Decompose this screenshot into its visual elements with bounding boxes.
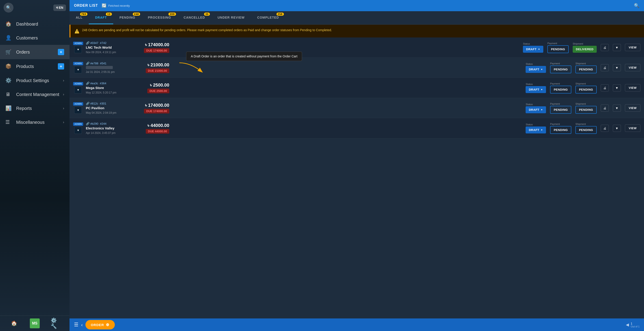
- sidebar-item-label: Products: [16, 64, 34, 69]
- order-dropdown-4[interactable]: ▼: [74, 127, 82, 134]
- order-amount-2: ৳ 2500.00 DUE 2500.00: [129, 82, 169, 93]
- order-amount-1: ৳ 21000.00 DUE 21000.00: [129, 62, 169, 73]
- sidebar-item-products[interactable]: 📦 Products +: [0, 59, 70, 74]
- amount-value: ৳ 174000.00: [129, 103, 169, 108]
- add-orders-btn[interactable]: +: [58, 49, 64, 55]
- order-info-0: 🔗 #0347 #742 LNC Tech World Nov 09 2024,…: [86, 41, 126, 54]
- payment-label: Payment: [550, 62, 571, 65]
- order-dropdown-1[interactable]: ▼: [74, 66, 82, 73]
- add-products-btn[interactable]: +: [58, 63, 64, 70]
- user-avatar[interactable]: MS: [30, 318, 40, 328]
- order-date: May 12 2024, 5:20:17 pm: [86, 91, 126, 94]
- sidebar-item-dashboard[interactable]: 🏠 Dashboard: [0, 17, 70, 31]
- more-btn[interactable]: ▼: [613, 44, 621, 51]
- more-btn[interactable]: ▼: [613, 64, 621, 71]
- more-btn[interactable]: ▼: [613, 125, 621, 132]
- payment-btn[interactable]: PENDING: [547, 45, 569, 53]
- amount-value: ৳ 174000.00: [129, 42, 169, 47]
- shipment-btn[interactable]: PENDING: [576, 66, 597, 73]
- order-ids: 🔗 #812c #301: [86, 102, 126, 105]
- view-btn[interactable]: VIEW: [625, 84, 640, 92]
- tab-badge-draft: 13: [106, 12, 112, 16]
- view-btn[interactable]: VIEW: [625, 44, 640, 51]
- sidebar-item-product-settings[interactable]: ⚙️ Product Settings ›: [0, 74, 70, 88]
- settings-footer-icon[interactable]: ⚙️🔧: [51, 318, 60, 328]
- print-btn[interactable]: 🖨: [601, 64, 609, 71]
- tab-all[interactable]: ALL 763: [70, 11, 89, 24]
- order-dropdown-3[interactable]: ▼: [74, 106, 82, 114]
- status-label: Status: [523, 42, 543, 45]
- amount-value: ৳ 21000.00: [129, 62, 169, 68]
- alert-text: 248 Orders are pending and profit will n…: [82, 28, 332, 32]
- shipment-btn[interactable]: PENDING: [576, 126, 597, 134]
- sidebar-item-miscellaneous[interactable]: ☰ Miscellaneous ›: [0, 115, 70, 129]
- products-icon: 📦: [6, 64, 12, 69]
- status-draft-btn[interactable]: DRAFT ▼: [526, 86, 546, 93]
- tab-label: CANCELLED: [184, 16, 205, 19]
- shipment-btn[interactable]: DELIVERED: [573, 46, 597, 53]
- status-draft-btn[interactable]: DRAFT ▼: [526, 126, 546, 134]
- order-amount-4: ৳ 44000.00 DUE 44000.00: [129, 123, 169, 134]
- back-button[interactable]: ‹: [81, 322, 83, 328]
- hamburger-button[interactable]: ☰: [74, 322, 78, 328]
- payment-btn[interactable]: PENDING: [550, 66, 571, 73]
- payment-btn[interactable]: PENDING: [550, 126, 571, 134]
- more-btn[interactable]: ▼: [613, 84, 621, 92]
- shipment-group-0: Shipment DELIVERED: [573, 42, 597, 53]
- order-button[interactable]: ORDER ⊕: [86, 320, 115, 330]
- tabs-bar: ALL 763 DRAFT 13 PENDING 248 PROCESSING …: [70, 11, 644, 25]
- language-switcher[interactable]: বা EN: [53, 4, 66, 11]
- payment-btn[interactable]: PENDING: [550, 86, 571, 94]
- status-group-2: Status DRAFT ▼: [526, 83, 546, 93]
- print-btn[interactable]: 🖨: [601, 44, 609, 51]
- tab-label: PENDING: [120, 16, 136, 19]
- search-button[interactable]: 🔍: [4, 3, 14, 12]
- product-settings-arrow-icon: ›: [63, 78, 64, 82]
- order-dropdown-2[interactable]: ▼: [74, 86, 82, 94]
- miscellaneous-icon: ☰: [6, 119, 12, 125]
- order-date: May 04 2024, 2:04:19 pm: [86, 111, 126, 114]
- sidebar-item-orders[interactable]: 🛒 Orders +: [0, 45, 70, 59]
- view-btn[interactable]: VIEW: [625, 104, 640, 112]
- tooltip-text: A Draft Order is an order that is create…: [191, 54, 297, 58]
- prev-page-btn[interactable]: ◀: [626, 322, 629, 327]
- shipment-label: Shipment: [576, 82, 597, 85]
- status-draft-btn[interactable]: DRAFT ▼: [523, 46, 543, 53]
- order-dropdown-0[interactable]: ▼: [74, 46, 82, 53]
- home-footer-icon[interactable]: 🏠: [9, 318, 19, 328]
- status-label: Status: [526, 123, 546, 126]
- tab-draft[interactable]: DRAFT 13: [89, 11, 113, 24]
- sidebar-item-content-management[interactable]: 🖥 Content Management ›: [0, 88, 70, 101]
- payment-group-3: Payment PENDING: [550, 102, 571, 114]
- status-draft-btn[interactable]: DRAFT ▼: [526, 106, 546, 113]
- refresh-icon[interactable]: 🔄: [102, 3, 106, 8]
- sidebar-item-reports[interactable]: 📊 Reports ›: [0, 101, 70, 115]
- tab-badge-pending: 248: [133, 12, 140, 16]
- shipment-group-3: Shipment PENDING: [576, 102, 597, 114]
- more-btn[interactable]: ▼: [613, 104, 621, 112]
- print-btn[interactable]: 🖨: [601, 125, 609, 132]
- tab-cancelled[interactable]: CANCELLED 35: [177, 11, 211, 24]
- order-date: Jul 31 2024, 2:55:31 pm: [86, 70, 126, 74]
- status-draft-btn[interactable]: DRAFT ▼: [526, 66, 546, 73]
- shipment-btn[interactable]: PENDING: [576, 106, 597, 114]
- sidebar-item-customers[interactable]: 👤 Customers: [0, 31, 70, 45]
- dashboard-icon: 🏠: [6, 21, 12, 27]
- view-btn[interactable]: VIEW: [625, 64, 640, 71]
- shipment-btn[interactable]: PENDING: [576, 86, 597, 94]
- view-btn[interactable]: VIEW: [625, 124, 640, 132]
- table-row: ADMIN ▼ 🔗 #b290 #244 Electronics Valley …: [70, 118, 644, 138]
- sidebar: 🔍 বা EN 🏠 Dashboard 👤 Customers 🛒 Orders…: [0, 0, 70, 331]
- print-btn[interactable]: 🖨: [601, 104, 609, 112]
- tab-processing[interactable]: PROCESSING 209: [142, 11, 177, 24]
- page-title: ORDER LIST: [74, 4, 98, 8]
- sidebar-item-label: Orders: [16, 50, 30, 55]
- tab-completed[interactable]: COMPLETED 258: [251, 11, 285, 24]
- tab-under-review[interactable]: UNDER REVIEW: [211, 11, 251, 24]
- sidebar-item-label: Product Settings: [16, 78, 49, 83]
- tab-pending[interactable]: PENDING 248: [113, 11, 142, 24]
- topbar-search-icon[interactable]: 🔍: [634, 3, 640, 8]
- sidebar-navigation: 🏠 Dashboard 👤 Customers 🛒 Orders + 📦 Pro…: [0, 15, 70, 316]
- payment-btn[interactable]: PENDING: [550, 106, 571, 114]
- print-btn[interactable]: 🖨: [601, 84, 609, 92]
